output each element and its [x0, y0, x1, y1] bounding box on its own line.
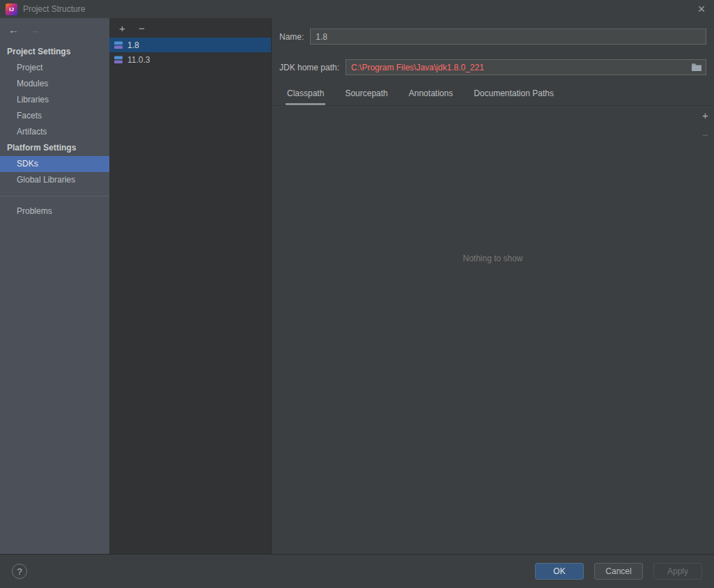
history-nav: ← →	[0, 18, 109, 44]
jdk-home-path-row: JDK home path:	[272, 59, 714, 75]
sidebar-header-project-settings: Project Settings	[0, 44, 109, 60]
sdk-icon	[113, 40, 124, 51]
sidebar-item-libraries[interactable]: Libraries	[0, 92, 109, 108]
sidebar-item-modules[interactable]: Modules	[0, 76, 109, 92]
jdk-home-path-input[interactable]	[346, 59, 706, 75]
sdk-item-label: 11.0.3	[127, 55, 150, 65]
sidebar-item-artifacts[interactable]: Artifacts	[0, 124, 109, 140]
sidebar-divider	[0, 196, 109, 196]
tab-sourcepath[interactable]: Sourcepath	[343, 84, 389, 105]
tab-classpath[interactable]: Classpath	[286, 84, 325, 105]
sdk-list-panel: + − 1.8 11.0.3	[109, 18, 272, 554]
titlebar: IJ Project Structure ×	[0, 0, 714, 18]
add-sdk-icon[interactable]: +	[118, 23, 127, 33]
help-icon[interactable]: ?	[12, 564, 27, 579]
sdk-list-item-11-0-3[interactable]: 11.0.3	[109, 52, 271, 67]
sdk-item-label: 1.8	[127, 40, 139, 50]
jdk-home-path-label: JDK home path:	[279, 63, 339, 72]
ok-button[interactable]: OK	[535, 563, 584, 580]
sdk-editor-panel: Name: JDK home path:	[272, 18, 714, 554]
sidebar-item-problems[interactable]: Problems	[0, 203, 109, 219]
apply-button[interactable]: Apply	[653, 563, 702, 580]
close-icon[interactable]: ×	[694, 3, 708, 15]
sdk-list-toolbar: + −	[109, 18, 271, 38]
cancel-button[interactable]: Cancel	[594, 563, 643, 580]
sdk-icon	[113, 54, 124, 65]
intellij-logo-icon: IJ	[6, 3, 17, 15]
project-structure-dialog: IJ Project Structure × ← → Project Setti…	[0, 0, 714, 588]
name-input[interactable]	[310, 29, 706, 45]
sidebar-item-global-libraries[interactable]: Global Libraries	[0, 172, 109, 188]
empty-state-text: Nothing to show	[272, 254, 714, 263]
remove-sdk-icon[interactable]: −	[137, 23, 146, 33]
back-arrow-icon[interactable]: ←	[8, 24, 19, 35]
sidebar-header-platform-settings: Platform Settings	[0, 140, 109, 156]
remove-path-icon[interactable]: −	[701, 130, 710, 140]
forward-arrow-icon[interactable]: →	[29, 24, 40, 35]
tab-annotations[interactable]: Annotations	[408, 84, 454, 105]
footer-buttons: OK Cancel Apply	[535, 563, 702, 580]
sdk-list-item-1-8[interactable]: 1.8	[109, 38, 271, 52]
add-path-icon[interactable]: +	[701, 110, 710, 121]
tab-documentation-paths[interactable]: Documentation Paths	[472, 84, 555, 105]
classpath-tab-content: Nothing to show + −	[272, 106, 714, 554]
folder-browse-icon[interactable]	[691, 62, 702, 74]
dialog-footer: ? OK Cancel Apply	[0, 554, 714, 588]
name-row: Name:	[272, 29, 714, 45]
settings-sidebar: ← → Project Settings Project Modules Lib…	[0, 18, 109, 554]
window-title: Project Structure	[23, 4, 85, 14]
sdk-tabs: Classpath Sourcepath Annotations Documen…	[272, 84, 714, 105]
sidebar-item-sdks[interactable]: SDKs	[0, 156, 109, 172]
dialog-body: ← → Project Settings Project Modules Lib…	[0, 18, 714, 554]
classpath-side-toolbar: + −	[701, 110, 710, 140]
sidebar-item-facets[interactable]: Facets	[0, 108, 109, 124]
sidebar-item-project[interactable]: Project	[0, 60, 109, 76]
name-label: Name:	[279, 32, 304, 42]
